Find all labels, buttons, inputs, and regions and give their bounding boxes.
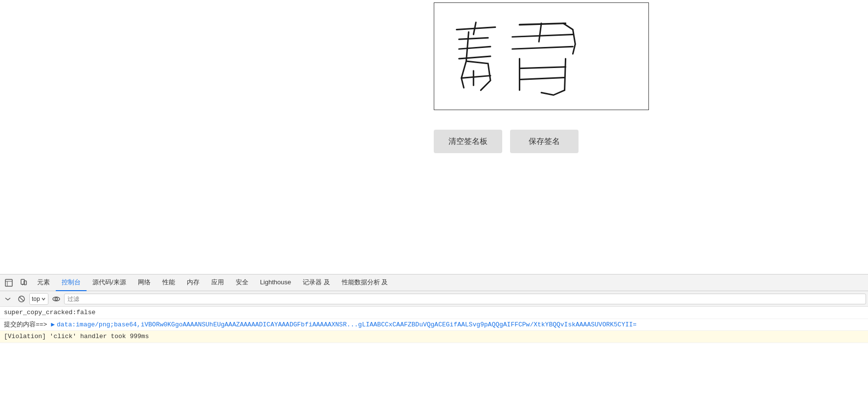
devtools-console: super_copy_cracked:false 提交的内容==> ▶ data… [0,307,868,412]
devtools-panel: 元素 控制台 源代码/来源 网络 性能 内存 应用 安全 Lighthouse … [0,274,868,412]
svg-point-9 [55,298,57,300]
devtools-tabs-bar: 元素 控制台 源代码/来源 网络 性能 内存 应用 安全 Lighthouse … [0,275,868,291]
context-label: top [32,296,40,302]
devtools-device-icon[interactable] [17,276,30,290]
tab-network[interactable]: 网络 [132,275,156,291]
console-line-3: [Violation] 'click' handler took 999ms [0,331,868,343]
save-button[interactable]: 保存签名 [510,130,579,153]
svg-rect-0 [5,279,12,286]
console-data-link[interactable]: data:image/png;base64,iVBORw0KGgoAAAANSU… [57,320,637,330]
devtools-inspect-icon[interactable] [2,276,16,290]
tab-performance-insights[interactable]: 性能数据分析 及 [336,275,394,291]
console-text-1: super_copy_cracked:false [4,308,95,318]
tab-sources[interactable]: 源代码/来源 [87,275,132,291]
tab-security[interactable]: 安全 [230,275,254,291]
clear-button[interactable]: 清空签名板 [434,130,502,153]
devtools-toolbar: top [0,291,868,307]
tab-elements[interactable]: 元素 [31,275,56,291]
block-icon[interactable] [16,293,27,305]
console-prefix: 提交的内容==> [4,320,51,330]
eye-icon[interactable] [50,293,62,305]
console-text-3: [Violation] 'click' handler took 999ms [4,332,149,342]
tab-application[interactable]: 应用 [205,275,230,291]
context-selector[interactable]: top [29,293,48,305]
tab-performance[interactable]: 性能 [156,275,181,291]
tab-lighthouse[interactable]: Lighthouse [254,275,297,291]
console-line-1: super_copy_cracked:false [0,307,868,319]
buttons-row: 清空签名板 保存签名 [434,130,579,153]
expand-icon[interactable] [2,293,14,305]
svg-rect-4 [24,281,26,285]
tab-recorder[interactable]: 记录器 及 [297,275,336,291]
signature-canvas[interactable] [434,2,649,110]
filter-input[interactable] [64,294,866,304]
tab-memory[interactable]: 内存 [181,275,205,291]
tab-console[interactable]: 控制台 [56,275,87,291]
console-line-2: 提交的内容==> ▶ data:image/png;base64,iVBORw0… [0,319,868,331]
main-content: 清空签名板 保存签名 [0,0,868,274]
svg-line-7 [20,297,23,301]
console-arrow-icon: ▶ [51,320,55,330]
